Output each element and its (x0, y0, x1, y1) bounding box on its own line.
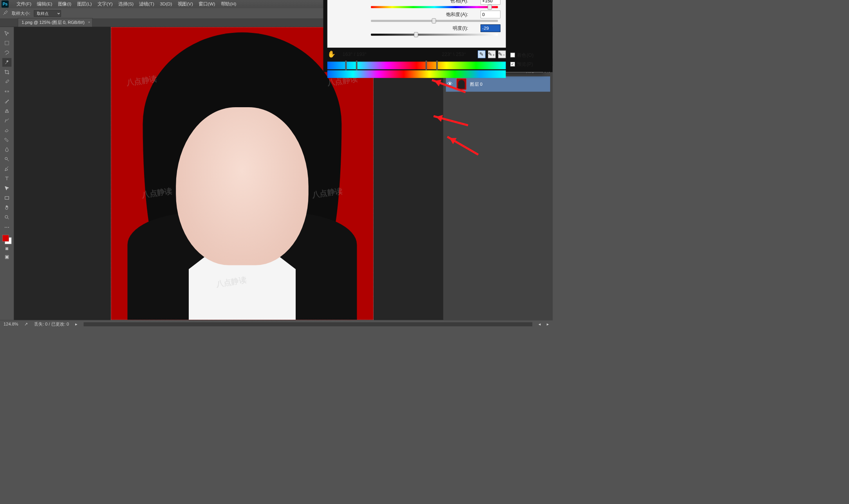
svg-rect-3 (5, 196, 9, 199)
marquee-tool[interactable] (2, 39, 11, 47)
slider-group: 青色 色相(H): 饱和度(A): 明度(I): (327, 0, 506, 48)
preview-checkbox[interactable]: ✓预览(P) (510, 61, 549, 68)
menu-select[interactable]: 选择(S) (118, 1, 134, 7)
document-tab-close-icon[interactable]: × (88, 20, 90, 24)
spectrum-strip-bottom (327, 70, 506, 78)
foreground-color-swatch[interactable] (2, 235, 9, 241)
hand-adjust-icon[interactable]: ✋ (327, 50, 336, 58)
menu-type[interactable]: 文字(Y) (98, 1, 113, 7)
zoom-tool[interactable] (2, 213, 11, 221)
quick-mask-button[interactable]: ◙ (2, 245, 11, 252)
app-logo: Ps (2, 0, 9, 7)
colorize-checkbox[interactable]: 着色(O) (510, 52, 549, 58)
lightness-label: 明度(I): (332, 25, 476, 32)
dodge-tool[interactable] (2, 155, 11, 164)
svg-point-4 (5, 216, 8, 218)
saturation-slider[interactable] (371, 20, 498, 22)
layer-name[interactable]: 图层 0 (470, 81, 482, 87)
menu-help[interactable]: 帮助(H) (221, 1, 237, 7)
history-brush-tool[interactable] (2, 116, 11, 125)
sample-size-select[interactable]: 取样点 (34, 10, 61, 17)
hue-label: 色相(H): (332, 0, 476, 4)
hue-slider[interactable] (371, 6, 498, 8)
eyedropper-subtract-icon[interactable]: ✎₋ (498, 50, 506, 58)
menu-file[interactable]: 文件(F) (16, 1, 31, 7)
screen-mode-button[interactable]: ▣ (2, 253, 11, 260)
gradient-tool[interactable] (2, 135, 11, 144)
lightness-input[interactable] (480, 24, 500, 32)
menu-window[interactable]: 窗口(W) (199, 1, 215, 7)
toolbox: ⋯ ◙ ▣ (0, 27, 14, 320)
menu-image[interactable]: 图像(I) (58, 1, 72, 7)
scroll-left-icon[interactable]: ◂ (538, 322, 541, 327)
color-range-angles: ✋ 163° / 193° 223° \ 253° ✎ ✎₊ ✎₋ (327, 50, 506, 58)
eyedropper-tool[interactable] (2, 77, 11, 86)
eyedropper-add-icon[interactable]: ✎₊ (488, 50, 496, 58)
menu-edit[interactable]: 编辑(E) (37, 1, 52, 7)
blur-tool[interactable] (2, 145, 11, 154)
angle-left: 163° / 193° (343, 51, 367, 57)
pen-tool[interactable] (2, 165, 11, 173)
saturation-input[interactable] (480, 11, 500, 18)
hue-saturation-dialog: 色相/饱和度 ✕ 预设(E): 自定 ⚙ 青色 色相(H): 饱和度(A): (333, 62, 543, 72)
menu-layer[interactable]: 图层(L) (77, 1, 92, 7)
eyedropper-sample-icon[interactable]: ✎ (478, 50, 486, 58)
share-icon[interactable]: ↗ (24, 322, 28, 327)
menu-filter[interactable]: 滤镜(T) (139, 1, 154, 7)
horizontal-scrollbar[interactable] (83, 322, 532, 326)
zoom-level[interactable]: 124.8% (4, 322, 18, 327)
menu-view[interactable]: 视图(V) (178, 1, 193, 7)
lasso-tool[interactable] (2, 49, 11, 57)
menu-3d[interactable]: 3D(D) (160, 2, 172, 7)
color-swatch[interactable] (2, 235, 11, 244)
eyedropper-tool-icon (3, 10, 8, 17)
svg-point-2 (5, 157, 7, 160)
document-tab-title: 1.png @ 125% (图层 0, RGB/8#) (22, 20, 85, 25)
lightness-slider[interactable] (371, 34, 498, 36)
hand-tool[interactable] (2, 203, 11, 212)
layers-panel: 锁定: ▦ ✎ ✥ 🔒 填充: 100% 👁 图层 0 (443, 66, 553, 320)
crop-tool[interactable] (2, 68, 11, 76)
document-tab[interactable]: 1.png @ 125% (图层 0, RGB/8#) × (18, 18, 93, 27)
svg-rect-0 (5, 41, 9, 45)
brush-tool[interactable] (2, 97, 11, 105)
rectangle-tool[interactable] (2, 194, 11, 202)
sample-size-label: 取样大小: (12, 11, 30, 16)
status-bar: 124.8% ↗ 丢失: 0 / 已更改: 0 ▸ ◂ ▸ (0, 320, 553, 328)
angle-right: 223° \ 253° (442, 51, 466, 57)
scroll-right-icon[interactable]: ▸ (547, 322, 549, 327)
clone-stamp-tool[interactable] (2, 106, 11, 115)
move-tool[interactable] (2, 29, 11, 38)
type-tool[interactable] (2, 174, 11, 183)
healing-brush-tool[interactable] (2, 87, 11, 96)
edit-toolbar-button[interactable]: ⋯ (2, 223, 11, 231)
path-selection-tool[interactable] (2, 184, 11, 193)
status-info: 丢失: 0 / 已更改: 0 (34, 321, 69, 327)
eraser-tool[interactable] (2, 126, 11, 135)
spectrum-strip-top[interactable] (327, 62, 506, 70)
status-dropdown-icon[interactable]: ▸ (75, 322, 78, 327)
hue-input[interactable] (480, 0, 500, 5)
magic-wand-tool[interactable] (2, 58, 11, 67)
saturation-label: 饱和度(A): (332, 11, 476, 18)
